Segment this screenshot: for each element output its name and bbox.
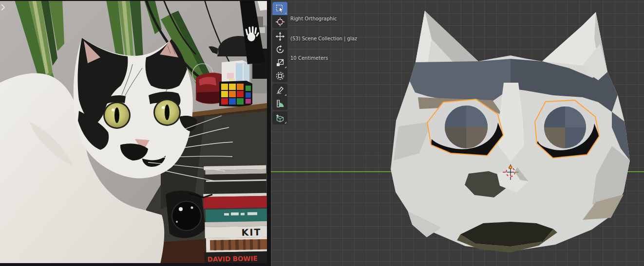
book-stack: KIT DAVID BOWIE <box>203 165 267 265</box>
select-box-icon <box>275 4 285 14</box>
annotate-pencil-icon <box>275 86 285 95</box>
measure-icon <box>275 99 285 108</box>
cat-photo: BL <box>0 0 267 266</box>
move-icon <box>275 32 285 41</box>
tool-move-button[interactable] <box>272 30 287 43</box>
tool-bar <box>272 2 288 126</box>
book-kit-text: KIT <box>241 227 261 238</box>
screen: BL <box>0 0 644 266</box>
rubiks-cube <box>219 81 252 107</box>
blender-3d-viewport[interactable]: Right Orthographic (53) Scene Collection… <box>271 0 644 266</box>
reference-photo-panel: BL <box>0 0 267 266</box>
camera-object <box>166 191 206 238</box>
transform-icon <box>275 71 285 81</box>
photo-bottom-edge <box>0 263 267 266</box>
grid-scale-label: 10 Centimeters <box>290 55 357 62</box>
cat-right-eye <box>153 99 181 126</box>
tool-select-box-button[interactable] <box>272 2 287 15</box>
cursor-icon <box>275 17 285 27</box>
tool-transform-button[interactable] <box>272 69 287 82</box>
rotate-icon <box>275 45 285 54</box>
tool-cursor-button[interactable] <box>272 15 287 28</box>
scale-icon <box>275 58 285 68</box>
scene-collection-label: (53) Scene Collection | glaz <box>290 35 357 42</box>
tool-annotate-button[interactable] <box>272 84 287 97</box>
tool-add-cube-button[interactable] <box>272 111 287 124</box>
photo-top-edge <box>0 0 267 1</box>
3d-cursor <box>503 164 518 180</box>
viewport-header: Right Orthographic (53) Scene Collection… <box>290 2 357 75</box>
tool-measure-button[interactable] <box>272 97 287 110</box>
tool-rotate-button[interactable] <box>272 43 287 56</box>
object-origin-dot <box>509 166 512 169</box>
book-red <box>203 196 266 209</box>
cat-left-eye <box>103 102 131 129</box>
tool-scale-button[interactable] <box>272 56 287 69</box>
view-name-label: Right Orthographic <box>290 16 357 22</box>
add-cube-icon <box>275 113 285 123</box>
panel-divider <box>267 0 271 266</box>
book-david-bowie-text: DAVID BOWIE <box>207 254 257 263</box>
